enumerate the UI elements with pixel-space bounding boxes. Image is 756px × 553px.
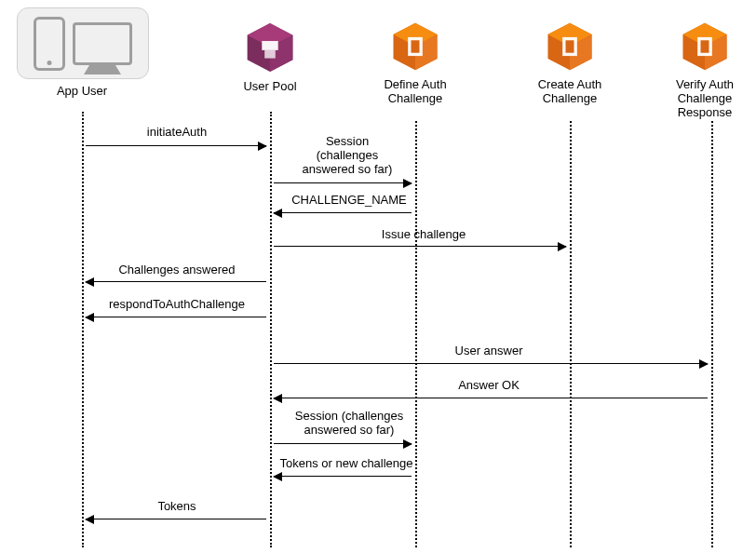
arrow-tokens	[86, 519, 266, 519]
lifeline-app-user	[82, 112, 84, 547]
lifeline-create	[570, 121, 572, 547]
arrow-issue-challenge	[274, 246, 566, 247]
msg-answer-ok: Answer OK	[419, 379, 559, 393]
msg-challenges-answered: Challenges answered	[102, 263, 251, 277]
participant-label: Verify Auth Challenge Response	[654, 78, 756, 120]
svg-marker-4	[264, 50, 276, 59]
participant-app-user: App User	[17, 7, 147, 99]
msg-user-answer: User answer	[419, 344, 559, 358]
app-user-icon	[17, 7, 149, 79]
msg-tokens: Tokens	[140, 500, 214, 514]
cognito-icon	[240, 20, 300, 74]
phone-icon	[34, 17, 65, 71]
monitor-icon	[73, 22, 132, 65]
arrow-user-answer	[274, 363, 708, 364]
participant-label: User Pool	[240, 80, 300, 94]
arrow-answer-ok	[274, 398, 708, 398]
arrow-session2	[274, 443, 412, 444]
arrow-initiate-auth	[86, 145, 266, 146]
arrow-session1	[274, 182, 412, 183]
msg-session2: Session (challenges answered so far)	[279, 410, 419, 438]
svg-rect-19	[701, 40, 709, 52]
msg-session1: Session (challenges answered so far)	[287, 135, 408, 177]
sequence-diagram: App User User Pool Define Auth Challenge	[0, 0, 756, 553]
msg-respond-to-auth: respondToAuthChallenge	[93, 298, 261, 312]
svg-rect-14	[566, 40, 574, 52]
participant-define-auth: Define Auth Challenge	[382, 20, 449, 106]
lifeline-define	[415, 121, 417, 547]
lifeline-verify	[711, 121, 713, 547]
participant-create-auth: Create Auth Challenge	[536, 20, 603, 106]
lambda-icon	[382, 20, 449, 73]
arrow-challenges-answered	[86, 281, 266, 282]
participant-label: Define Auth Challenge	[382, 78, 449, 106]
participant-label: Create Auth Challenge	[536, 78, 603, 106]
participant-user-pool: User Pool	[240, 20, 300, 94]
participant-label: App User	[17, 85, 147, 99]
svg-marker-3	[262, 41, 277, 50]
lifeline-user-pool	[270, 112, 272, 547]
msg-issue-challenge: Issue challenge	[354, 228, 493, 242]
msg-tokens-or-new: Tokens or new challenge	[272, 457, 421, 471]
lambda-icon	[536, 20, 603, 73]
svg-rect-9	[412, 40, 420, 52]
msg-challenge-name: CHALLENGE_NAME	[279, 194, 419, 208]
arrow-respond-to-auth	[86, 317, 266, 317]
arrow-challenge-name	[274, 212, 412, 213]
arrow-tokens-or-new	[274, 476, 412, 477]
participant-verify-auth: Verify Auth Challenge Response	[654, 20, 756, 120]
lambda-icon	[654, 20, 756, 73]
msg-initiate-auth: initiateAuth	[112, 126, 242, 140]
